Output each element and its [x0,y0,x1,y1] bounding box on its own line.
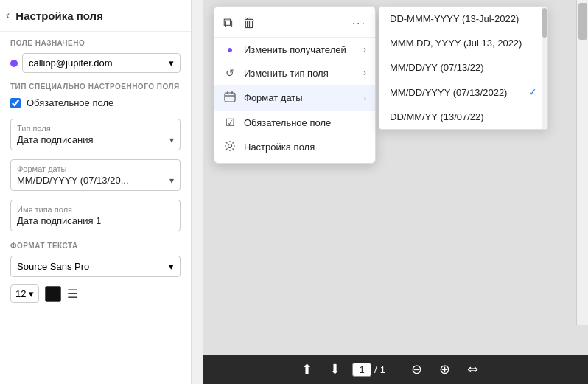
menu-item-recipients-label: Изменить получателей [244,44,346,55]
date-format-chevron: ▾ [169,175,174,186]
date-option-1-label: MMM DD, YYYY (Jul 13, 2022) [390,38,522,49]
dropdown-scrollbar[interactable] [542,7,547,129]
panel-title: Настройка поля [15,10,103,22]
date-format-dropdown: DD-MMM-YYYY (13-Jul-2022) MMM DD, YYYY (… [379,6,548,130]
page-info: 1 / 1 [352,363,385,377]
date-option-2[interactable]: MM/DD/YY (07/13/22) [379,55,547,80]
field-type-value: Дата подписания [17,134,93,145]
type-arrow: › [363,68,366,78]
right-scrollbar[interactable] [576,0,588,325]
copy-icon-btn[interactable]: ⧉ [223,15,233,31]
type-section-label: ТИП СПЕЦИАЛЬНО НАСТРОЕННОГО ПОЛЯ [0,79,191,93]
field-type-value-row: Дата подписания ▾ [17,134,174,145]
text-align-icon[interactable]: ☰ [67,287,77,301]
date-format-value: MM/DD/YYYY (07/13/20... [17,175,129,186]
menu-item-recipients[interactable]: ● Изменить получателей › [214,38,375,61]
zoom-out-button[interactable]: ⊖ [407,359,427,380]
date-option-3-check: ✓ [528,86,537,98]
assigned-section-label: ПОЛЕ НАЗНАЧЕНО [0,32,191,50]
more-icon-btn[interactable]: ··· [352,17,366,30]
date-icon [223,91,237,105]
page-total: 1 [380,364,385,375]
format-text-label: ФОРМАТ ТЕКСТА [0,236,191,253]
menu-item-settings[interactable]: Настройка поля [214,134,375,160]
date-format-label: Формат даты [17,164,174,173]
email-chevron: ▾ [169,57,174,69]
recipients-icon: ● [223,43,237,55]
context-menu-header: ⧉ 🗑 ··· [214,10,375,38]
menu-item-date-format[interactable]: Формат даты › [214,85,375,111]
right-area: ⧉ 🗑 ··· ● Изменить получателей › ↺ Измен… [192,0,588,384]
date-option-0-label: DD-MMM-YYYY (13-Jul-2022) [390,13,519,24]
email-value: calliop@jupiter.dom [29,57,113,69]
left-panel: ‹ Настройка поля ПОЛЕ НАЗНАЧЕНО calliop@… [0,0,192,384]
bottom-toolbar: ⬆ ⬇ 1 / 1 ⊖ ⊕ ⇔ [192,355,588,384]
menu-item-type[interactable]: ↺ Изменить тип поля › [214,61,375,85]
font-chevron: ▾ [169,261,174,272]
doc-area: ⧉ 🗑 ··· ● Изменить получателей › ↺ Измен… [203,0,588,355]
date-format-arrow: › [363,93,366,103]
page-separator: / [374,364,377,375]
font-color-picker[interactable] [45,286,61,302]
date-option-2-label: MM/DD/YY (07/13/22) [390,62,484,73]
next-page-button[interactable]: ⬇ [324,359,345,380]
date-option-4[interactable]: DD/MM/YY (13/07/22) [379,105,547,129]
menu-item-settings-label: Настройка поля [244,142,315,153]
font-value: Source Sans Pro [17,261,89,272]
fit-page-button[interactable]: ⇔ [463,359,483,380]
field-name-group: Имя типа поля Дата подписания 1 [10,200,181,231]
font-size-select[interactable]: 12 ▾ [10,284,39,303]
recipients-arrow: › [363,44,366,55]
date-option-3[interactable]: MM/DD/YYYY (07/13/2022) ✓ [379,80,547,105]
dropdown-scroll-thumb [542,8,547,38]
date-option-1[interactable]: MMM DD, YYYY (Jul 13, 2022) [379,31,547,55]
field-type-group[interactable]: Тип поля Дата подписания ▾ [10,119,181,150]
scrollbar-thumb [578,3,587,40]
date-format-value-row: MM/DD/YYYY (07/13/20... ▾ [17,175,174,186]
field-name-label: Имя типа поля [17,205,174,214]
menu-item-required[interactable]: ☑ Обязательное поле [214,111,375,134]
email-select[interactable]: calliop@jupiter.dom ▾ [22,53,181,73]
required-menu-icon: ☑ [223,116,237,128]
field-type-chevron: ▾ [169,135,174,145]
field-type-label: Тип поля [17,124,174,133]
font-select[interactable]: Source Sans Pro ▾ [10,256,181,277]
menu-item-date-format-label: Формат даты [244,92,303,103]
delete-icon-btn[interactable]: 🗑 [243,15,256,31]
toolbar-divider [396,362,396,377]
required-checkbox-row: Обязательное поле [0,93,191,114]
back-button[interactable]: ‹ [6,9,10,22]
type-icon: ↺ [223,67,237,79]
font-size-value: 12 [15,288,26,299]
font-size-chevron: ▾ [29,288,34,299]
zoom-in-button[interactable]: ⊕ [435,359,455,380]
email-row: calliop@jupiter.dom ▾ [0,50,191,79]
svg-rect-0 [225,93,235,102]
date-option-4-label: DD/MM/YY (13/07/22) [390,111,484,122]
svg-point-4 [228,144,232,148]
prev-page-button[interactable]: ⬆ [296,359,317,380]
date-option-0[interactable]: DD-MMM-YYYY (13-Jul-2022) [379,7,547,31]
left-header: ‹ Настройка поля [0,0,191,32]
left-scrollbar[interactable] [192,0,203,384]
required-checkbox[interactable] [10,98,21,108]
font-size-row: 12 ▾ ☰ [0,280,191,307]
menu-item-type-label: Изменить тип поля [244,68,329,79]
date-option-3-label: MM/DD/YYYY (07/13/2022) [390,87,507,98]
field-name-value: Дата подписания 1 [17,215,174,226]
menu-item-required-label: Обязательное поле [244,117,331,128]
settings-menu-icon [223,140,237,154]
date-format-group[interactable]: Формат даты MM/DD/YYYY (07/13/20... ▾ [10,159,181,191]
required-label: Обязательное поле [27,97,113,108]
email-dot [10,60,18,67]
page-current[interactable]: 1 [352,363,371,377]
context-menu: ⧉ 🗑 ··· ● Изменить получателей › ↺ Измен… [214,6,376,164]
